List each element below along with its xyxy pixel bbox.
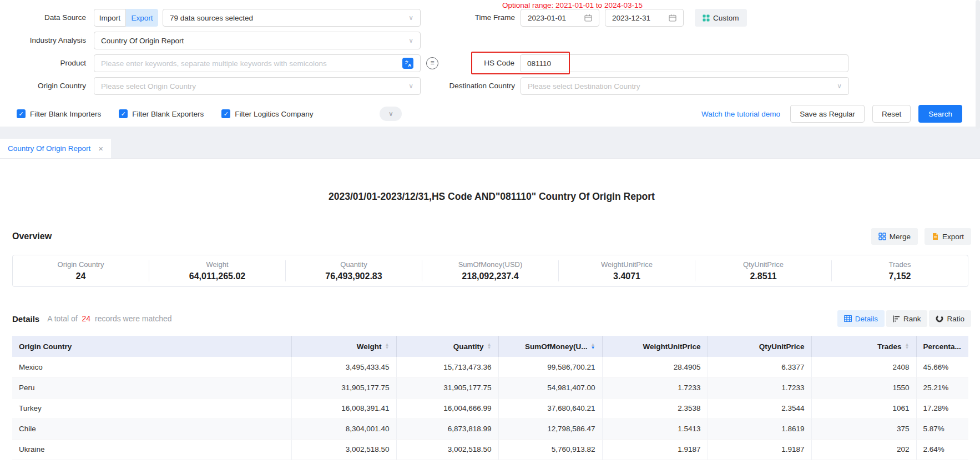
stat-label: Origin Country (13, 260, 149, 269)
translate-icon[interactable]: A (402, 58, 413, 69)
checkbox-check-icon: ✓ (17, 109, 26, 118)
close-icon[interactable]: × (98, 144, 103, 153)
tutorial-link[interactable]: Watch the tutorial demo (701, 110, 780, 118)
column-header-quantity[interactable]: Quantity▲▼ (396, 336, 498, 357)
cell-value: 6,873,818.99 (396, 418, 498, 439)
cell-value: 1550 (811, 377, 916, 398)
details-heading: Details (12, 314, 39, 324)
circle-menu-icon[interactable]: ≡ (426, 57, 438, 69)
view-details-button[interactable]: Details (837, 310, 885, 327)
filter-blank-importers-checkbox[interactable]: ✓ Filter Blank Importers (17, 109, 101, 118)
checkbox-label: Filter Blank Exporters (132, 110, 204, 118)
end-date-value: 2023-12-31 (612, 14, 650, 22)
page: Optional range: 2021-01-01 to 2024-03-15… (0, 0, 980, 469)
tab-title: Country Of Origin Report (8, 144, 90, 153)
calendar-icon (584, 14, 592, 22)
custom-range-button[interactable]: Custom (695, 9, 747, 27)
cell-value: 1.7233 (602, 377, 708, 398)
sort-carets-icon[interactable]: ▲▼ (385, 343, 390, 350)
gap-band (0, 127, 980, 139)
chevron-down-icon: ∨ (408, 82, 413, 90)
search-button[interactable]: Search (918, 105, 962, 123)
cell-value: 1.9187 (708, 439, 811, 460)
stat-label: Trades (832, 260, 968, 269)
cell-value: 54,981,407.00 (498, 377, 602, 398)
origin-country-placeholder: Please select Origin Country (101, 82, 196, 90)
column-header-trades[interactable]: Trades▲▼ (811, 336, 916, 357)
cell-value: 3,002,518.50 (291, 439, 396, 460)
export-button[interactable]: Export (925, 228, 971, 245)
table-row: Chile8,304,001.406,873,818.9912,798,586.… (12, 418, 968, 439)
stat-value: 2.8511 (695, 271, 831, 281)
table-row: Turkey16,008,391.4116,004,666.9937,680,6… (12, 398, 968, 418)
reset-button[interactable]: Reset (872, 105, 911, 123)
import-toggle-button[interactable]: Import (94, 9, 126, 27)
overview-stat: SumOfMoney(USD)218,092,237.4 (422, 260, 558, 281)
checkbox-label: Filter Blank Importers (30, 110, 101, 118)
scrollbar-track[interactable] (976, 0, 980, 129)
column-header-percenta: Percenta... (916, 336, 968, 357)
data-sources-select[interactable]: 79 data sources selected ∨ (163, 9, 421, 27)
origin-country-select[interactable]: Please select Origin Country ∨ (94, 77, 421, 95)
export-label: Export (942, 233, 964, 241)
cell-value: 16,004,666.99 (396, 398, 498, 418)
overview-stat: Weight64,011,265.02 (149, 260, 285, 281)
cell-origin-country: Ukraine (12, 439, 291, 460)
hs-code-input[interactable] (527, 59, 841, 68)
ratio-donut-icon (936, 315, 943, 322)
cell-value: 25.21% (916, 377, 968, 398)
cell-value: 202 (811, 439, 916, 460)
cell-value: 1.9187 (602, 439, 708, 460)
hs-code-label: HS Code (448, 54, 514, 72)
column-label: Origin Country (19, 342, 72, 351)
stat-label: Weight (149, 260, 285, 269)
sort-carets-icon[interactable]: ▲▼ (487, 343, 492, 350)
chevron-down-icon: ∨ (408, 14, 413, 22)
column-header-weightunitprice: WeightUnitPrice (602, 336, 708, 357)
overview-heading: Overview (12, 231, 52, 241)
chevron-down-icon: ∨ (388, 110, 393, 118)
cell-origin-country: Turkey (12, 398, 291, 418)
cell-value: 17.28% (916, 398, 968, 418)
match-suffix: records were matched (95, 314, 172, 323)
product-input[interactable] (101, 59, 398, 68)
start-date-input[interactable]: 2023-01-01 (521, 9, 599, 27)
column-header-weight[interactable]: Weight▲▼ (291, 336, 396, 357)
cell-value: 31,905,177.75 (396, 377, 498, 398)
export-toggle-button[interactable]: Export (126, 9, 158, 27)
destination-country-select[interactable]: Please select Destination Country ∨ (521, 77, 849, 95)
match-prefix: A total of (47, 314, 77, 323)
stat-label: Quantity (286, 260, 422, 269)
cell-value: 2.3538 (602, 398, 708, 418)
stat-value: 64,011,265.02 (149, 271, 285, 281)
details-table-icon (844, 315, 852, 322)
cell-value: 45.66% (916, 357, 968, 377)
column-header-qtyunitprice: QtyUnitPrice (708, 336, 811, 357)
merge-button[interactable]: Merge (871, 228, 918, 245)
product-label: Product (0, 54, 86, 72)
stat-label: QtyUnitPrice (695, 260, 831, 269)
column-header-sumofmoney-u[interactable]: SumOfMoney(U...▲▼ (498, 336, 602, 357)
sort-carets-icon[interactable]: ▲▼ (591, 343, 595, 350)
start-date-value: 2023-01-01 (528, 14, 566, 22)
cell-origin-country: Mexico (12, 357, 291, 377)
tab-country-of-origin-report[interactable]: Country Of Origin Report × (0, 139, 111, 158)
cell-value: 12,798,586.47 (498, 418, 602, 439)
import-export-toggle: Import Export (94, 9, 158, 27)
match-count: 24 (82, 314, 91, 323)
svg-text:A: A (408, 63, 411, 68)
end-date-input[interactable]: 2023-12-31 (605, 9, 684, 27)
cell-value: 37,680,640.21 (498, 398, 602, 418)
calendar-icon (669, 14, 676, 22)
view-ratio-button[interactable]: Ratio (929, 310, 971, 327)
cell-origin-country: Peru (12, 377, 291, 398)
collapse-filters-button[interactable]: ∨ (380, 107, 402, 121)
industry-analysis-select[interactable]: Country Of Origin Report ∨ (94, 32, 421, 49)
sort-carets-icon[interactable]: ▲▼ (905, 343, 910, 350)
filter-blank-exporters-checkbox[interactable]: ✓ Filter Blank Exporters (119, 109, 204, 118)
save-as-regular-button[interactable]: Save as Regular (790, 105, 865, 123)
view-rank-button[interactable]: Rank (886, 310, 928, 327)
column-header-origin-country: Origin Country (12, 336, 291, 357)
column-label: SumOfMoney(U... (525, 342, 588, 351)
filter-logistics-company-checkbox[interactable]: ✓ Filter Logitics Company (221, 109, 313, 118)
